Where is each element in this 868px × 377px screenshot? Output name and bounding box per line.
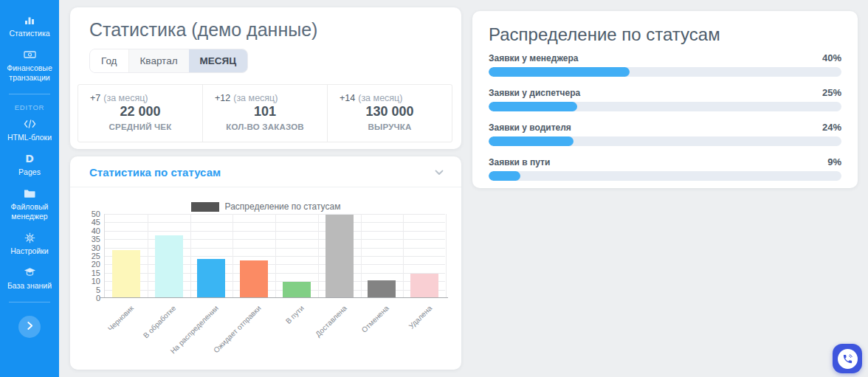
bar-3[interactable] (197, 259, 225, 297)
sidebar-item-label: Pages (18, 167, 41, 177)
status-row-manager: Заявки у менеджера40% (489, 52, 841, 77)
sidebar-item-label: Настройки (10, 246, 49, 256)
y-axis-tick: 35 (74, 235, 100, 243)
tab-quarter[interactable]: Квартал (129, 49, 189, 72)
y-axis-tick: 15 (74, 269, 100, 277)
chart-card-header[interactable]: Статистика по статусам (70, 156, 461, 187)
tab-year[interactable]: Год (90, 49, 129, 72)
metric-value: 130 000 (340, 104, 440, 120)
status-row-percent: 25% (822, 87, 841, 98)
y-axis-tick: 10 (74, 277, 100, 286)
bar-chart: 05101520253035404550ЧерновикВ обработкеН… (104, 214, 445, 298)
chart-card: Статистика по статусам Распределение по … (70, 156, 461, 370)
y-axis-tick: 40 (74, 226, 100, 235)
chart-legend: Распределение по статусам (70, 201, 461, 212)
period-tabs: ГодКварталМЕСЯЦ (89, 49, 248, 73)
x-axis-label: Черновик (106, 304, 135, 333)
sidebar-item-financial-transactions[interactable]: Финансовые транзакции (0, 44, 59, 88)
v-gridline (232, 214, 233, 298)
status-row-percent: 24% (822, 122, 841, 133)
sidebar-item-label: Файловый менеджер (3, 202, 56, 221)
sidebar-item-label: База знаний (7, 281, 52, 291)
v-gridline (446, 214, 447, 298)
sidebar-item-label: Статистика (9, 29, 49, 38)
status-row-head: Заявки в пути9% (489, 156, 841, 167)
x-axis-label: Доставлена (314, 304, 348, 339)
x-axis-label: Ожидает отправки (212, 304, 262, 354)
tab-month[interactable]: МЕСЯЦ (189, 49, 248, 72)
sidebar-expand-button[interactable] (18, 316, 41, 338)
graduation-cap-icon (24, 266, 36, 278)
metric-delta-line: +7(за месяц) (90, 93, 190, 103)
progress-track (489, 136, 841, 146)
folder-icon (24, 187, 35, 199)
chat-fab-button[interactable] (833, 344, 862, 373)
sidebar-item-settings[interactable]: Настройки (0, 226, 59, 261)
status-row-head: Заявки у водителя24% (489, 122, 841, 133)
status-rows: Заявки у менеджера40%Заявки у диспетчера… (489, 52, 841, 181)
status-row-label: Заявки у менеджера (489, 53, 578, 63)
sidebar-divider (9, 94, 50, 94)
metric-delta: +12 (215, 93, 230, 103)
legend-label: Распределение по статусам (225, 201, 341, 212)
code-icon (24, 118, 36, 130)
metric-delta: +7 (90, 93, 100, 103)
metrics-row: +7(за месяц)22 000СРЕДНИЙ ЧЕК+12(за меся… (78, 84, 452, 142)
x-axis-line (100, 297, 448, 298)
gear-icon (24, 232, 35, 243)
y-axis-tick: 5 (74, 286, 100, 294)
y-axis-tick: 0 (74, 294, 100, 302)
progress-fill (489, 67, 630, 77)
status-row-head: Заявки у менеджера40% (489, 52, 841, 63)
sidebar-divider (9, 302, 50, 302)
x-axis-label: Удалена (407, 304, 433, 331)
metric-value: 22 000 (90, 104, 190, 120)
bar-8[interactable] (410, 274, 438, 297)
chart-card-title: Статистика по статусам (89, 166, 221, 179)
status-row-head: Заявки у диспетчера25% (489, 87, 841, 98)
status-row-in-transit: Заявки в пути9% (489, 156, 841, 181)
x-axis-label: В пути (284, 304, 306, 325)
progress-track (489, 102, 841, 111)
metric-caption: КОЛ-ВО ЗАКАЗОВ (215, 122, 315, 131)
progress-track (489, 171, 841, 181)
sidebar-item-knowledge-base[interactable]: База знаний (0, 261, 59, 296)
sidebar-item-pages[interactable]: DPages (0, 148, 59, 182)
chevron-right-icon (27, 321, 33, 333)
sidebar: СтатистикаФинансовые транзакцииEDITORHTM… (0, 0, 59, 377)
status-panel-title: Распределение по статусам (489, 24, 841, 45)
page-title: Статистика (демо данные) (70, 7, 461, 41)
y-axis-tick: 45 (74, 218, 100, 226)
bar-4[interactable] (240, 260, 268, 297)
legend-swatch (191, 202, 219, 212)
metric-delta: +14 (340, 93, 355, 103)
y-axis-tick: 25 (74, 252, 100, 260)
bar-5[interactable] (283, 282, 311, 297)
status-row-label: Заявки в пути (489, 157, 550, 167)
bar-7[interactable] (368, 280, 396, 297)
chevron-down-icon[interactable] (435, 165, 444, 179)
bar-2[interactable] (155, 235, 183, 297)
sidebar-item-html-blocks[interactable]: HTML-блоки (0, 113, 59, 148)
v-gridline (361, 214, 362, 298)
metric-delta-line: +14(за месяц) (340, 93, 440, 103)
chart-bar-icon (24, 14, 35, 26)
sidebar-item-statistics[interactable]: Статистика (0, 9, 59, 44)
x-axis-label: В обработке (142, 304, 177, 339)
pages-icon: D (24, 153, 35, 165)
progress-track (489, 67, 841, 77)
metric-orders-count: +12(за месяц)101КОЛ-ВО ЗАКАЗОВ (203, 85, 328, 142)
v-gridline (148, 214, 148, 298)
metric-average-check: +7(за месяц)22 000СРЕДНИЙ ЧЕК (78, 85, 203, 142)
status-row-driver: Заявки у водителя24% (489, 122, 841, 146)
sidebar-item-file-manager[interactable]: Файловый менеджер (0, 182, 59, 226)
status-row-label: Заявки у диспетчера (489, 88, 580, 98)
y-axis-tick: 50 (74, 210, 100, 218)
v-gridline (275, 214, 276, 298)
bar-6[interactable] (326, 215, 354, 297)
metric-delta-line: +12(за месяц) (215, 93, 315, 103)
stats-card: Статистика (демо данные) ГодКварталМЕСЯЦ… (70, 7, 461, 149)
y-axis-tick: 30 (74, 243, 100, 252)
status-row-percent: 9% (827, 156, 841, 167)
bar-1[interactable] (112, 250, 140, 297)
